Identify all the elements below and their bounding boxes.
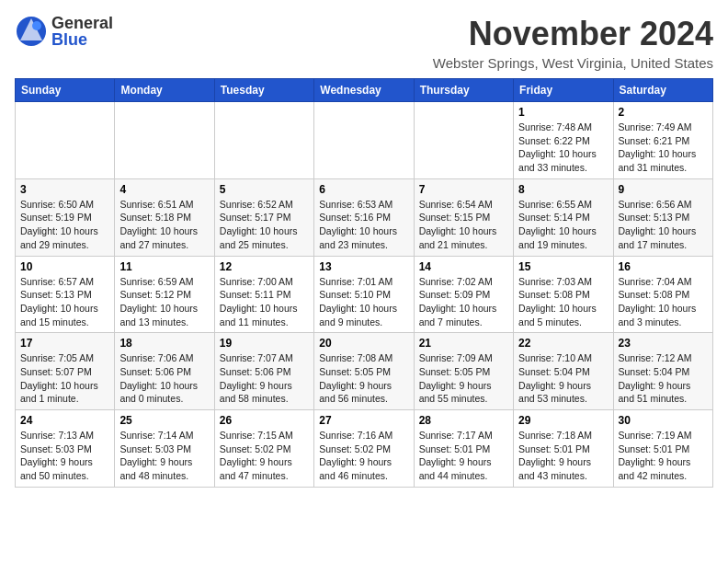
day-detail: Sunrise: 7:18 AM Sunset: 5:01 PM Dayligh…: [518, 429, 608, 483]
day-detail: Sunrise: 7:04 AM Sunset: 5:08 PM Dayligh…: [619, 275, 708, 329]
calendar-cell: 28Sunrise: 7:17 AM Sunset: 5:01 PM Dayli…: [414, 410, 513, 488]
day-number: 2: [619, 106, 708, 119]
calendar-cell: 17Sunrise: 7:05 AM Sunset: 5:07 PM Dayli…: [16, 333, 115, 410]
calendar-cell: 14Sunrise: 7:02 AM Sunset: 5:09 PM Dayli…: [414, 256, 513, 333]
calendar-cell: 8Sunrise: 6:55 AM Sunset: 5:14 PM Daylig…: [514, 178, 613, 256]
weekday-header-friday: Friday: [514, 79, 613, 102]
calendar-cell: [16, 102, 115, 179]
day-number: 10: [20, 260, 109, 273]
calendar-cell: 24Sunrise: 7:13 AM Sunset: 5:03 PM Dayli…: [16, 410, 115, 488]
calendar-cell: 9Sunrise: 6:56 AM Sunset: 5:13 PM Daylig…: [613, 178, 712, 256]
day-detail: Sunrise: 7:00 AM Sunset: 5:11 PM Dayligh…: [220, 275, 309, 329]
day-number: 4: [119, 183, 209, 196]
svg-point-2: [32, 21, 41, 30]
weekday-header-sunday: Sunday: [16, 79, 115, 102]
day-number: 14: [419, 260, 508, 273]
day-number: 7: [419, 183, 508, 196]
day-number: 26: [220, 414, 309, 427]
weekday-header-tuesday: Tuesday: [214, 79, 313, 102]
day-detail: Sunrise: 7:08 AM Sunset: 5:05 PM Dayligh…: [319, 351, 408, 406]
day-detail: Sunrise: 7:12 AM Sunset: 5:04 PM Dayligh…: [619, 351, 708, 406]
weekday-header-row: SundayMondayTuesdayWednesdayThursdayFrid…: [16, 79, 713, 102]
day-detail: Sunrise: 6:51 AM Sunset: 5:18 PM Dayligh…: [119, 198, 209, 252]
logo-icon: [15, 15, 48, 48]
calendar-cell: 11Sunrise: 6:59 AM Sunset: 5:12 PM Dayli…: [115, 256, 214, 333]
day-detail: Sunrise: 6:54 AM Sunset: 5:15 PM Dayligh…: [419, 198, 508, 252]
day-number: 18: [119, 337, 209, 350]
month-title: November 2024: [433, 15, 713, 53]
calendar-cell: [214, 102, 313, 179]
day-number: 13: [319, 260, 408, 273]
day-number: 12: [220, 260, 309, 273]
day-detail: Sunrise: 6:55 AM Sunset: 5:14 PM Dayligh…: [518, 198, 608, 252]
day-detail: Sunrise: 7:48 AM Sunset: 6:22 PM Dayligh…: [518, 121, 608, 175]
logo-text: General Blue: [51, 15, 113, 48]
day-detail: Sunrise: 7:07 AM Sunset: 5:06 PM Dayligh…: [220, 351, 309, 406]
calendar-cell: 10Sunrise: 6:57 AM Sunset: 5:13 PM Dayli…: [16, 256, 115, 333]
calendar-cell: 18Sunrise: 7:06 AM Sunset: 5:06 PM Dayli…: [115, 333, 214, 410]
page-header: General Blue November 2024 Webster Sprin…: [15, 15, 713, 71]
calendar-week-5: 24Sunrise: 7:13 AM Sunset: 5:03 PM Dayli…: [16, 410, 713, 488]
day-detail: Sunrise: 7:19 AM Sunset: 5:01 PM Dayligh…: [619, 429, 708, 483]
day-detail: Sunrise: 6:59 AM Sunset: 5:12 PM Dayligh…: [119, 275, 209, 329]
day-number: 21: [419, 337, 508, 350]
location-title: Webster Springs, West Virginia, United S…: [433, 55, 713, 71]
calendar-cell: 7Sunrise: 6:54 AM Sunset: 5:15 PM Daylig…: [414, 178, 513, 256]
day-number: 30: [619, 414, 708, 427]
calendar-cell: 16Sunrise: 7:04 AM Sunset: 5:08 PM Dayli…: [613, 256, 712, 333]
day-number: 17: [20, 337, 109, 350]
calendar-week-4: 17Sunrise: 7:05 AM Sunset: 5:07 PM Dayli…: [16, 333, 713, 410]
calendar-cell: 2Sunrise: 7:49 AM Sunset: 6:21 PM Daylig…: [613, 102, 712, 179]
calendar-cell: 15Sunrise: 7:03 AM Sunset: 5:08 PM Dayli…: [514, 256, 613, 333]
day-number: 16: [619, 260, 708, 273]
day-number: 29: [518, 414, 608, 427]
calendar-cell: 1Sunrise: 7:48 AM Sunset: 6:22 PM Daylig…: [514, 102, 613, 179]
day-detail: Sunrise: 6:57 AM Sunset: 5:13 PM Dayligh…: [20, 275, 109, 329]
calendar-cell: 13Sunrise: 7:01 AM Sunset: 5:10 PM Dayli…: [314, 256, 414, 333]
calendar-cell: 21Sunrise: 7:09 AM Sunset: 5:05 PM Dayli…: [414, 333, 513, 410]
calendar-cell: 26Sunrise: 7:15 AM Sunset: 5:02 PM Dayli…: [214, 410, 313, 488]
day-number: 5: [220, 183, 309, 196]
calendar-cell: 30Sunrise: 7:19 AM Sunset: 5:01 PM Dayli…: [613, 410, 712, 488]
logo-general-text: General: [51, 15, 113, 31]
calendar-cell: 20Sunrise: 7:08 AM Sunset: 5:05 PM Dayli…: [314, 333, 414, 410]
calendar-table: SundayMondayTuesdayWednesdayThursdayFrid…: [15, 78, 713, 488]
day-detail: Sunrise: 6:50 AM Sunset: 5:19 PM Dayligh…: [20, 198, 109, 252]
day-detail: Sunrise: 7:01 AM Sunset: 5:10 PM Dayligh…: [319, 275, 408, 329]
calendar-cell: 3Sunrise: 6:50 AM Sunset: 5:19 PM Daylig…: [16, 178, 115, 256]
calendar-cell: 5Sunrise: 6:52 AM Sunset: 5:17 PM Daylig…: [214, 178, 313, 256]
day-detail: Sunrise: 7:16 AM Sunset: 5:02 PM Dayligh…: [319, 429, 408, 483]
weekday-header-thursday: Thursday: [414, 79, 513, 102]
calendar-cell: 29Sunrise: 7:18 AM Sunset: 5:01 PM Dayli…: [514, 410, 613, 488]
day-detail: Sunrise: 6:53 AM Sunset: 5:16 PM Dayligh…: [319, 198, 408, 252]
calendar-cell: 6Sunrise: 6:53 AM Sunset: 5:16 PM Daylig…: [314, 178, 414, 256]
day-number: 1: [518, 106, 608, 119]
calendar-cell: [314, 102, 414, 179]
day-number: 28: [419, 414, 508, 427]
calendar-week-2: 3Sunrise: 6:50 AM Sunset: 5:19 PM Daylig…: [16, 178, 713, 256]
day-detail: Sunrise: 7:06 AM Sunset: 5:06 PM Dayligh…: [119, 351, 209, 406]
weekday-header-monday: Monday: [115, 79, 214, 102]
calendar-cell: 12Sunrise: 7:00 AM Sunset: 5:11 PM Dayli…: [214, 256, 313, 333]
calendar-cell: [414, 102, 513, 179]
day-detail: Sunrise: 7:02 AM Sunset: 5:09 PM Dayligh…: [419, 275, 508, 329]
logo: General Blue: [15, 15, 113, 48]
day-detail: Sunrise: 7:09 AM Sunset: 5:05 PM Dayligh…: [419, 351, 508, 406]
day-number: 8: [518, 183, 608, 196]
day-detail: Sunrise: 7:03 AM Sunset: 5:08 PM Dayligh…: [518, 275, 608, 329]
calendar-cell: 27Sunrise: 7:16 AM Sunset: 5:02 PM Dayli…: [314, 410, 414, 488]
day-number: 23: [619, 337, 708, 350]
day-detail: Sunrise: 7:49 AM Sunset: 6:21 PM Dayligh…: [619, 121, 708, 175]
calendar-cell: 23Sunrise: 7:12 AM Sunset: 5:04 PM Dayli…: [613, 333, 712, 410]
calendar-week-3: 10Sunrise: 6:57 AM Sunset: 5:13 PM Dayli…: [16, 256, 713, 333]
calendar-cell: 25Sunrise: 7:14 AM Sunset: 5:03 PM Dayli…: [115, 410, 214, 488]
day-detail: Sunrise: 7:13 AM Sunset: 5:03 PM Dayligh…: [20, 429, 109, 483]
day-number: 19: [220, 337, 309, 350]
day-detail: Sunrise: 6:52 AM Sunset: 5:17 PM Dayligh…: [220, 198, 309, 252]
calendar-cell: 19Sunrise: 7:07 AM Sunset: 5:06 PM Dayli…: [214, 333, 313, 410]
day-detail: Sunrise: 7:17 AM Sunset: 5:01 PM Dayligh…: [419, 429, 508, 483]
day-number: 20: [319, 337, 408, 350]
day-number: 6: [319, 183, 408, 196]
day-number: 25: [119, 414, 209, 427]
day-number: 15: [518, 260, 608, 273]
